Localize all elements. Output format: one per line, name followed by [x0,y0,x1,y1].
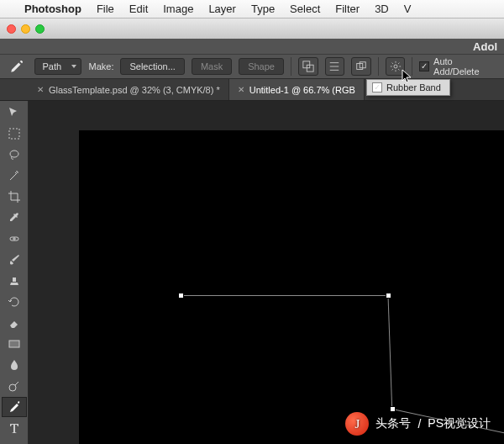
healing-brush-tool[interactable] [2,229,27,249]
type-tool[interactable] [2,418,27,438]
pen-icon [9,59,24,74]
gradient-tool[interactable] [2,334,27,354]
toolbox [0,101,29,444]
canvas-area [29,101,504,444]
move-tool[interactable] [2,103,27,123]
rubber-band-label: Rubber Band [386,82,441,92]
app-title-row: Adol [0,39,504,54]
active-tool-indicator[interactable] [5,57,28,76]
auto-add-delete-option[interactable]: Auto Add/Delete [419,56,499,77]
magic-wand-tool[interactable] [2,166,27,186]
path-operations-button[interactable] [298,57,318,76]
gear-settings-button[interactable] [386,57,406,76]
macos-menu-bar: Photoshop File Edit Image Layer Type Sel… [0,0,504,18]
menu-image[interactable]: Image [155,3,201,15]
separator [291,57,291,76]
menu-3d[interactable]: 3D [367,3,396,15]
menu-view[interactable]: V [396,3,419,15]
blur-tool[interactable] [2,355,27,375]
path-anchor[interactable] [390,406,396,412]
lasso-tool[interactable] [2,145,27,165]
auto-add-delete-label: Auto Add/Delete [433,56,499,77]
eraser-tool[interactable] [2,313,27,333]
menu-select[interactable]: Select [282,3,328,15]
watermark-logo-icon: J [345,412,369,436]
path-anchor[interactable] [178,293,184,299]
watermark: J 头条号 / PS视觉设计 [345,412,491,436]
eyedropper-tool[interactable] [2,208,27,228]
menu-layer[interactable]: Layer [201,3,244,15]
pen-tool[interactable] [2,397,27,417]
separator [412,57,412,76]
watermark-name: PS视觉设计 [428,416,491,431]
make-mask-button[interactable]: Mask [192,58,232,75]
document-tab-label: GlassTemplate.psd @ 32% (3, CMYK/8) * [49,85,220,95]
menu-filter[interactable]: Filter [328,3,367,15]
document-canvas[interactable] [79,130,504,444]
svg-point-4 [394,65,397,68]
document-tab[interactable]: ✕ Untitled-1 @ 66.7% (RGB [229,79,365,100]
svg-rect-5 [9,129,19,139]
workspace: J 头条号 / PS视觉设计 [0,101,504,444]
rubber-band-checkbox[interactable] [372,82,382,92]
tool-mode-dropdown[interactable]: Path [34,58,81,75]
options-bar: Path Make: Selection... Mask Shape Auto … [0,54,504,79]
history-brush-tool[interactable] [2,292,27,312]
gear-icon [390,61,402,72]
close-tab-icon[interactable]: ✕ [37,85,44,94]
document-tab-bar: ✕ GlassTemplate.psd @ 32% (3, CMYK/8) * … [0,79,504,101]
window-minimize-button[interactable] [21,24,30,34]
document-tab[interactable]: ✕ GlassTemplate.psd @ 32% (3, CMYK/8) * [29,79,229,100]
window-close-button[interactable] [7,24,16,34]
menu-app[interactable]: Photoshop [17,3,89,15]
path-alignment-button[interactable] [325,57,345,76]
path-segment[interactable] [181,295,388,296]
menu-type[interactable]: Type [244,3,282,15]
watermark-source: 头条号 [375,416,411,431]
menu-file[interactable]: File [89,3,122,15]
make-selection-button[interactable]: Selection... [120,58,184,75]
svg-rect-8 [9,341,19,347]
svg-point-6 [10,151,18,157]
path-arrangement-button[interactable] [351,57,371,76]
crop-tool[interactable] [2,187,27,207]
svg-point-10 [9,384,16,391]
make-label: Make: [88,61,113,71]
path-segment[interactable] [388,295,393,410]
clone-stamp-tool[interactable] [2,271,27,291]
dodge-tool[interactable] [2,376,27,396]
pen-options-flyout: Rubber Band [366,79,450,96]
brush-tool[interactable] [2,250,27,270]
document-tab-label: Untitled-1 @ 66.7% (RGB [249,85,355,95]
separator [378,57,379,76]
window-zoom-button[interactable] [35,24,45,34]
marquee-tool[interactable] [2,124,27,144]
make-shape-button[interactable]: Shape [239,58,284,75]
window-titlebar [0,18,504,39]
auto-add-delete-checkbox[interactable] [419,61,429,71]
path-anchor[interactable] [386,293,391,299]
close-tab-icon[interactable]: ✕ [238,85,244,94]
menu-edit[interactable]: Edit [122,3,155,15]
app-title-suffix: Adol [473,40,497,53]
tool-mode-value: Path [42,61,61,71]
